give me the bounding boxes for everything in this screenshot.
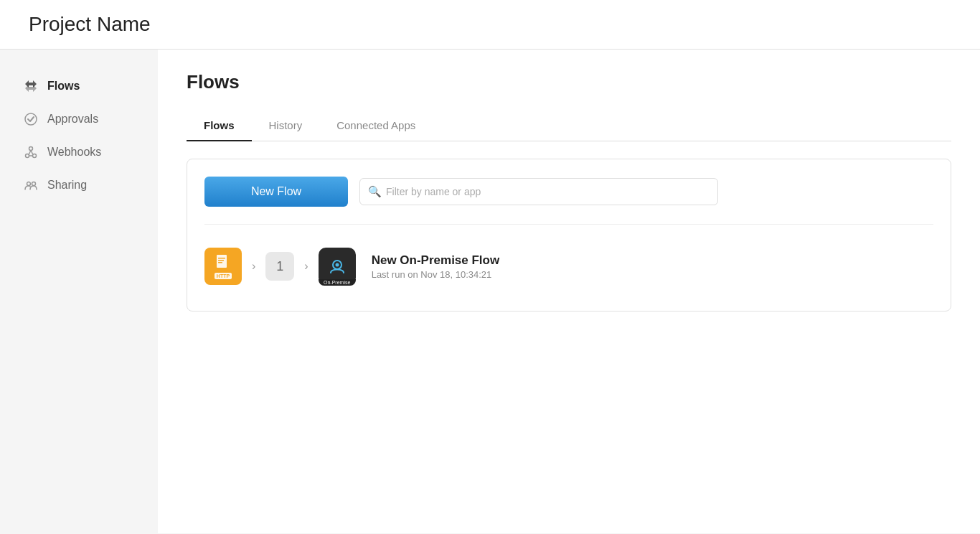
- divider: [204, 224, 933, 225]
- tab-history[interactable]: History: [252, 111, 320, 141]
- search-icon: 🔍: [368, 185, 382, 198]
- svg-rect-12: [218, 262, 222, 263]
- sidebar: Flows Approvals: [0, 50, 158, 533]
- svg-line-5: [31, 151, 33, 155]
- svg-line-4: [29, 151, 31, 155]
- arrow-icon-1: ›: [249, 260, 258, 273]
- flow-row[interactable]: HTTP › 1 › On-Premise New On-Premise Flo…: [204, 239, 933, 294]
- project-name: Project Name: [29, 13, 951, 36]
- main-content: Flows Flows History Connected Apps New F…: [158, 50, 980, 533]
- svg-point-7: [27, 182, 31, 186]
- flows-toolbar: New Flow 🔍: [204, 177, 933, 207]
- flow-name: New On-Premise Flow: [372, 253, 500, 268]
- tab-connected-apps[interactable]: Connected Apps: [319, 111, 433, 141]
- http-doc-icon: HTTP: [215, 254, 232, 279]
- filter-wrap: 🔍: [359, 178, 718, 205]
- sidebar-item-sharing[interactable]: Sharing: [14, 170, 143, 200]
- flows-icon: [23, 78, 39, 94]
- onpremise-icon: On-Premise: [319, 248, 356, 285]
- svg-rect-11: [218, 260, 224, 261]
- svg-rect-10: [218, 258, 225, 259]
- sidebar-item-flows[interactable]: Flows: [14, 71, 143, 101]
- step-number: 1: [265, 252, 294, 281]
- svg-point-0: [25, 113, 37, 125]
- page-title: Flows: [187, 71, 951, 93]
- tab-flows[interactable]: Flows: [187, 111, 252, 141]
- webhooks-icon: [23, 144, 39, 160]
- http-badge: HTTP: [215, 273, 232, 279]
- flow-info: New On-Premise Flow Last run on Nov 18, …: [372, 253, 500, 280]
- svg-point-14: [335, 263, 339, 267]
- filter-input[interactable]: [359, 178, 718, 205]
- sidebar-item-approvals[interactable]: Approvals: [14, 104, 143, 134]
- new-flow-button[interactable]: New Flow: [204, 177, 348, 207]
- sharing-icon: [23, 177, 39, 193]
- sidebar-item-approvals-label: Approvals: [47, 113, 98, 126]
- onpremise-label: On-Premise: [319, 279, 356, 286]
- sidebar-item-webhooks-label: Webhooks: [47, 146, 101, 159]
- header: Project Name: [0, 0, 980, 50]
- sidebar-item-flows-label: Flows: [47, 80, 80, 93]
- flow-last-run: Last run on Nov 18, 10:34:21: [372, 269, 500, 280]
- tabs-bar: Flows History Connected Apps: [187, 111, 951, 141]
- http-icon: HTTP: [204, 248, 242, 285]
- svg-rect-9: [217, 255, 227, 268]
- sidebar-item-webhooks[interactable]: Webhooks: [14, 137, 143, 167]
- svg-point-8: [32, 182, 36, 186]
- flows-card: New Flow 🔍 HTTP: [187, 159, 951, 312]
- sidebar-item-sharing-label: Sharing: [47, 179, 87, 192]
- svg-point-3: [29, 147, 33, 151]
- arrow-icon-2: ›: [301, 260, 311, 273]
- approvals-icon: [23, 111, 39, 127]
